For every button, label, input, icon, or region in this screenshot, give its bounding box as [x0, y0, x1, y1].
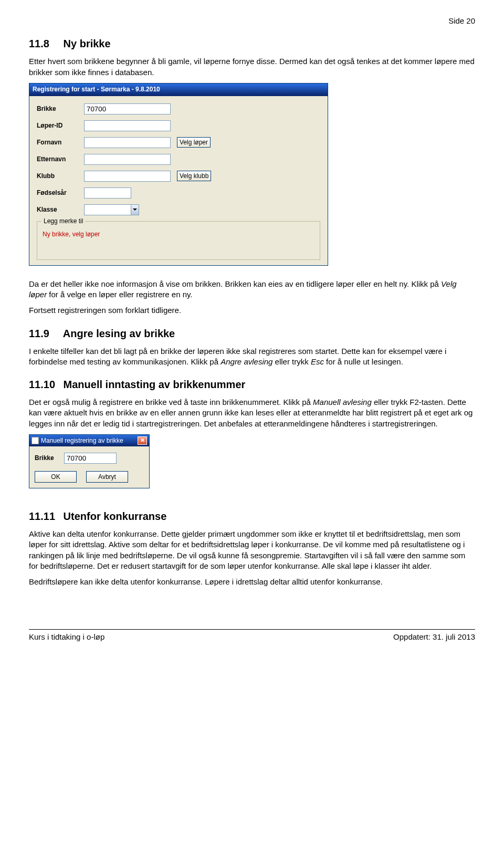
heading-number: 11.10 — [29, 378, 60, 392]
etternavn-input[interactable] — [84, 154, 171, 165]
ok-button[interactable]: OK — [35, 471, 77, 483]
heading-title: Ny brikke — [64, 38, 111, 49]
label-etternavn: Etternavn — [37, 155, 84, 163]
heading-title: Manuell inntasting av brikkenummer — [64, 379, 246, 390]
heading-title: Utenfor konkurranse — [64, 510, 167, 522]
footer-divider — [29, 629, 475, 630]
heading-11-11: 11.11 Utenfor konkurranse — [29, 509, 475, 524]
fodselsar-input[interactable] — [84, 187, 131, 199]
manual-registration-dialog: Manuell registrering av brikke ✕ Brikke … — [29, 434, 150, 488]
brikke-input[interactable] — [84, 103, 171, 114]
italic-text: Angre avlesing — [220, 357, 272, 366]
heading-11-8: 11.8 Ny brikke — [29, 37, 475, 51]
paragraph: Etter hvert som brikkene begynner å bli … — [29, 56, 475, 78]
chevron-down-icon[interactable] — [131, 204, 139, 215]
paragraph: Da er det heller ikke noe informasjon å … — [29, 279, 475, 300]
heading-number: 11.9 — [29, 327, 60, 341]
klasse-select[interactable] — [84, 204, 139, 215]
close-icon[interactable]: ✕ — [138, 436, 147, 445]
klubb-input[interactable] — [84, 171, 171, 182]
window-icon — [32, 437, 39, 444]
heading-title: Angre lesing av brikke — [63, 328, 175, 339]
form-area: Brikke Løper-ID Fornavn Velg løper Etter… — [29, 96, 328, 265]
footer-right: Oppdatert: 31. juli 2013 — [393, 632, 475, 642]
cancel-button[interactable]: Avbryt — [86, 471, 128, 483]
paragraph: Aktive kan delta utenfor konkurranse. De… — [29, 529, 475, 571]
paragraph: Det er også mulig å registrere en brikke… — [29, 397, 475, 429]
label-fodselsar: Fødselsår — [37, 189, 84, 197]
heading-11-9: 11.9 Angre lesing av brikke — [29, 327, 475, 341]
heading-number: 11.8 — [29, 37, 60, 51]
fieldset-note: Ny brikke, velg løper — [43, 230, 314, 238]
heading-11-10: 11.10 Manuell inntasting av brikkenummer — [29, 378, 475, 392]
dialog-label-brikke: Brikke — [35, 454, 64, 462]
notice-fieldset: Legg merke til Ny brikke, velg løper — [37, 221, 320, 260]
klasse-input[interactable] — [84, 204, 131, 215]
dialog-brikke-input[interactable] — [64, 453, 117, 464]
dialog-body: Brikke OK Avbryt — [29, 446, 149, 488]
label-brikke: Brikke — [37, 105, 84, 113]
paragraph: Bedriftsløpere kan ikke delta utenfor ko… — [29, 577, 475, 587]
paragraph: Fortsett registreringen som forklart tid… — [29, 305, 475, 316]
label-fornavn: Fornavn — [37, 138, 84, 147]
window-titlebar: Registrering for start - Sørmarka - 9.8.… — [29, 84, 328, 96]
label-loper-id: Løper-ID — [37, 121, 84, 130]
dialog-titlebar: Manuell registrering av brikke ✕ — [29, 435, 149, 446]
footer-left: Kurs i tidtaking i o-løp — [29, 632, 104, 642]
fieldset-legend: Legg merke til — [41, 217, 85, 225]
registration-window: Registrering for start - Sørmarka - 9.8.… — [29, 83, 328, 266]
label-klubb: Klubb — [37, 172, 84, 180]
velg-klubb-button[interactable]: Velg klubb — [177, 171, 211, 181]
heading-number: 11.11 — [29, 509, 60, 524]
loper-id-input[interactable] — [84, 120, 171, 131]
label-klasse: Klasse — [37, 205, 84, 214]
page-number: Side 20 — [29, 16, 475, 26]
dialog-title: Manuell registrering av brikke — [41, 436, 123, 445]
italic-text: Manuell avlesing — [313, 398, 372, 406]
velg-loper-button[interactable]: Velg løper — [177, 137, 211, 148]
italic-text: Esc — [311, 357, 324, 366]
page-footer: Kurs i tidtaking i o-løp Oppdatert: 31. … — [29, 632, 475, 642]
fornavn-input[interactable] — [84, 137, 171, 148]
paragraph: I enkelte tilfeller kan det bli lagt på … — [29, 346, 475, 368]
